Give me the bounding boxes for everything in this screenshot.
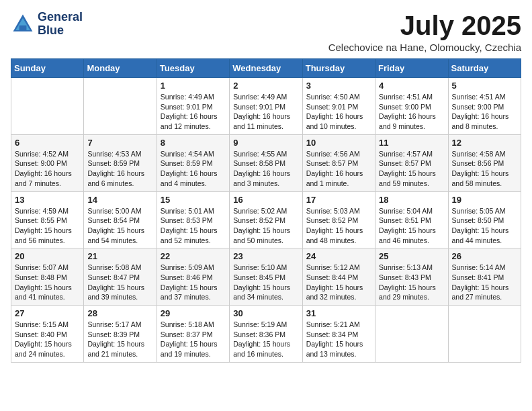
day-number: 15 <box>161 195 226 205</box>
day-number: 13 <box>15 195 80 205</box>
calendar-day-cell: 29Sunrise: 5:18 AM Sunset: 8:37 PM Dayli… <box>157 306 229 363</box>
calendar-week-row: 1Sunrise: 4:49 AM Sunset: 9:01 PM Daylig… <box>11 78 521 135</box>
day-info: Sunrise: 5:18 AM Sunset: 8:37 PM Dayligh… <box>161 320 226 359</box>
day-info: Sunrise: 4:59 AM Sunset: 8:55 PM Dayligh… <box>15 206 80 246</box>
day-info: Sunrise: 5:03 AM Sunset: 8:52 PM Dayligh… <box>306 206 371 246</box>
day-number: 29 <box>161 308 226 318</box>
day-info: Sunrise: 5:14 AM Sunset: 8:41 PM Dayligh… <box>452 263 517 302</box>
day-number: 24 <box>306 251 371 261</box>
day-info: Sunrise: 5:02 AM Sunset: 8:52 PM Dayligh… <box>233 206 298 246</box>
calendar-day-cell: 1Sunrise: 4:49 AM Sunset: 9:01 PM Daylig… <box>157 78 229 135</box>
logo-line1: General <box>38 11 83 24</box>
weekday-header-cell: Friday <box>375 59 448 78</box>
day-info: Sunrise: 4:58 AM Sunset: 8:56 PM Dayligh… <box>452 149 517 189</box>
calendar-day-cell: 26Sunrise: 5:14 AM Sunset: 8:41 PM Dayli… <box>448 248 521 306</box>
logo-icon <box>11 12 35 36</box>
calendar-week-row: 27Sunrise: 5:15 AM Sunset: 8:40 PM Dayli… <box>11 306 521 363</box>
day-number: 2 <box>233 81 298 91</box>
calendar-day-cell <box>448 306 521 363</box>
day-info: Sunrise: 5:00 AM Sunset: 8:54 PM Dayligh… <box>87 206 152 246</box>
calendar-day-cell: 11Sunrise: 4:57 AM Sunset: 8:57 PM Dayli… <box>375 134 448 191</box>
calendar-day-cell: 22Sunrise: 5:09 AM Sunset: 8:46 PM Dayli… <box>157 248 229 306</box>
day-info: Sunrise: 5:19 AM Sunset: 8:36 PM Dayligh… <box>233 320 298 359</box>
day-info: Sunrise: 4:51 AM Sunset: 9:00 PM Dayligh… <box>379 92 444 132</box>
day-number: 16 <box>233 195 298 205</box>
day-number: 6 <box>15 138 80 148</box>
day-number: 17 <box>306 195 371 205</box>
calendar-day-cell: 17Sunrise: 5:03 AM Sunset: 8:52 PM Dayli… <box>302 191 375 248</box>
weekday-header-cell: Wednesday <box>230 59 302 78</box>
calendar-day-cell: 14Sunrise: 5:00 AM Sunset: 8:54 PM Dayli… <box>84 191 157 248</box>
calendar-day-cell: 13Sunrise: 4:59 AM Sunset: 8:55 PM Dayli… <box>11 191 84 248</box>
day-number: 31 <box>306 308 371 318</box>
logo-text: General Blue <box>38 11 83 38</box>
day-number: 10 <box>306 138 371 148</box>
day-info: Sunrise: 5:08 AM Sunset: 8:47 PM Dayligh… <box>87 263 152 302</box>
day-info: Sunrise: 4:57 AM Sunset: 8:57 PM Dayligh… <box>379 149 444 189</box>
day-number: 9 <box>233 138 298 148</box>
calendar-day-cell: 10Sunrise: 4:56 AM Sunset: 8:57 PM Dayli… <box>302 134 375 191</box>
calendar-body: 1Sunrise: 4:49 AM Sunset: 9:01 PM Daylig… <box>11 78 521 363</box>
day-number: 26 <box>452 251 517 261</box>
page-header: General Blue July 2025 Celechovice na Ha… <box>11 11 521 53</box>
location-subtitle: Celechovice na Hane, Olomoucky, Czechia <box>328 42 521 53</box>
day-number: 23 <box>233 251 298 261</box>
day-number: 30 <box>233 308 298 318</box>
day-number: 25 <box>379 251 444 261</box>
calendar-week-row: 13Sunrise: 4:59 AM Sunset: 8:55 PM Dayli… <box>11 191 521 248</box>
calendar-day-cell: 8Sunrise: 4:54 AM Sunset: 8:59 PM Daylig… <box>157 134 229 191</box>
day-info: Sunrise: 5:12 AM Sunset: 8:44 PM Dayligh… <box>306 263 371 302</box>
calendar-day-cell <box>11 78 84 135</box>
day-number: 28 <box>87 308 152 318</box>
calendar-day-cell: 16Sunrise: 5:02 AM Sunset: 8:52 PM Dayli… <box>230 191 302 248</box>
day-info: Sunrise: 5:10 AM Sunset: 8:45 PM Dayligh… <box>233 263 298 302</box>
day-number: 21 <box>87 251 152 261</box>
calendar-day-cell: 3Sunrise: 4:50 AM Sunset: 9:01 PM Daylig… <box>302 78 375 135</box>
calendar-day-cell: 6Sunrise: 4:52 AM Sunset: 9:00 PM Daylig… <box>11 134 84 191</box>
logo: General Blue <box>11 11 83 38</box>
weekday-header-row: SundayMondayTuesdayWednesdayThursdayFrid… <box>11 59 521 78</box>
month-title: July 2025 <box>328 11 521 40</box>
calendar-day-cell: 31Sunrise: 5:21 AM Sunset: 8:34 PM Dayli… <box>302 306 375 363</box>
calendar-day-cell: 25Sunrise: 5:13 AM Sunset: 8:43 PM Dayli… <box>375 248 448 306</box>
calendar-day-cell: 4Sunrise: 4:51 AM Sunset: 9:00 PM Daylig… <box>375 78 448 135</box>
day-info: Sunrise: 5:15 AM Sunset: 8:40 PM Dayligh… <box>15 320 80 359</box>
weekday-header-cell: Sunday <box>11 59 84 78</box>
calendar-day-cell: 19Sunrise: 5:05 AM Sunset: 8:50 PM Dayli… <box>448 191 521 248</box>
calendar-week-row: 20Sunrise: 5:07 AM Sunset: 8:48 PM Dayli… <box>11 248 521 306</box>
day-info: Sunrise: 5:21 AM Sunset: 8:34 PM Dayligh… <box>306 320 371 359</box>
calendar-day-cell: 28Sunrise: 5:17 AM Sunset: 8:39 PM Dayli… <box>84 306 157 363</box>
weekday-header-cell: Saturday <box>448 59 521 78</box>
day-info: Sunrise: 4:49 AM Sunset: 9:01 PM Dayligh… <box>233 92 298 132</box>
day-number: 11 <box>379 138 444 148</box>
day-info: Sunrise: 5:04 AM Sunset: 8:51 PM Dayligh… <box>379 206 444 246</box>
day-number: 8 <box>161 138 226 148</box>
day-number: 12 <box>452 138 517 148</box>
day-info: Sunrise: 5:13 AM Sunset: 8:43 PM Dayligh… <box>379 263 444 302</box>
calendar-day-cell: 23Sunrise: 5:10 AM Sunset: 8:45 PM Dayli… <box>230 248 302 306</box>
day-info: Sunrise: 4:53 AM Sunset: 8:59 PM Dayligh… <box>87 149 152 189</box>
calendar-day-cell: 12Sunrise: 4:58 AM Sunset: 8:56 PM Dayli… <box>448 134 521 191</box>
day-number: 18 <box>379 195 444 205</box>
calendar-week-row: 6Sunrise: 4:52 AM Sunset: 9:00 PM Daylig… <box>11 134 521 191</box>
day-number: 20 <box>15 251 80 261</box>
day-info: Sunrise: 4:49 AM Sunset: 9:01 PM Dayligh… <box>161 92 226 132</box>
logo-line2: Blue <box>38 24 83 38</box>
day-info: Sunrise: 4:51 AM Sunset: 9:00 PM Dayligh… <box>452 92 517 132</box>
svg-rect-2 <box>19 26 27 30</box>
calendar-day-cell: 20Sunrise: 5:07 AM Sunset: 8:48 PM Dayli… <box>11 248 84 306</box>
day-number: 27 <box>15 308 80 318</box>
calendar-day-cell: 18Sunrise: 5:04 AM Sunset: 8:51 PM Dayli… <box>375 191 448 248</box>
calendar-day-cell: 24Sunrise: 5:12 AM Sunset: 8:44 PM Dayli… <box>302 248 375 306</box>
day-info: Sunrise: 4:50 AM Sunset: 9:01 PM Dayligh… <box>306 92 371 132</box>
calendar-day-cell <box>84 78 157 135</box>
day-info: Sunrise: 5:17 AM Sunset: 8:39 PM Dayligh… <box>87 320 152 359</box>
day-info: Sunrise: 5:01 AM Sunset: 8:53 PM Dayligh… <box>161 206 226 246</box>
day-number: 3 <box>306 81 371 91</box>
calendar-day-cell: 5Sunrise: 4:51 AM Sunset: 9:00 PM Daylig… <box>448 78 521 135</box>
day-number: 19 <box>452 195 517 205</box>
day-info: Sunrise: 4:56 AM Sunset: 8:57 PM Dayligh… <box>306 149 371 189</box>
calendar-day-cell: 2Sunrise: 4:49 AM Sunset: 9:01 PM Daylig… <box>230 78 302 135</box>
day-info: Sunrise: 4:55 AM Sunset: 8:58 PM Dayligh… <box>233 149 298 189</box>
calendar-table: SundayMondayTuesdayWednesdayThursdayFrid… <box>11 58 521 363</box>
